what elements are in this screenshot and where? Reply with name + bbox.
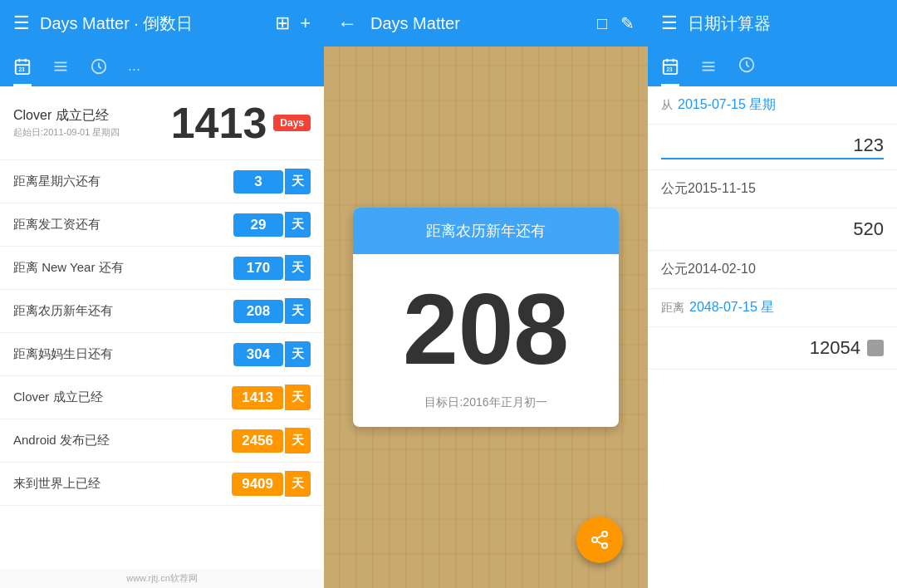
panel-days-matter-detail: ← Days Matter □ ✎ 距离农历新年还有 208 目标日:2016年…: [324, 0, 648, 588]
back-icon[interactable]: ←: [337, 12, 357, 35]
item-count: 29: [233, 213, 283, 237]
panel1-tabs: 23 ···: [0, 47, 324, 86]
list-item[interactable]: Android 发布已经 2456 天: [0, 419, 324, 463]
tab3-list[interactable]: [699, 57, 718, 86]
card-body: 208 目标日:2016年正月初一: [353, 254, 619, 427]
item-count: 2456: [232, 429, 283, 453]
panel3-tabs: 23: [648, 47, 897, 86]
item-label: 距离星期六还有: [13, 174, 233, 189]
from-label: 从: [661, 98, 673, 113]
result-date-1: 公元2015-11-15: [661, 181, 756, 195]
item-count: 3: [233, 170, 283, 194]
panel2-content: 距离农历新年还有 208 目标日:2016年正月初一: [324, 47, 648, 588]
list-item[interactable]: 距离妈妈生日还有 304 天: [0, 333, 324, 376]
item-label: 距离发工资还有: [13, 217, 233, 233]
panel-date-calculator: ☰ 日期计算器 23 从 2015-07-15 星期 公元2015-11-15: [648, 0, 897, 588]
panel2-topbar: ← Days Matter □ ✎: [324, 0, 648, 47]
item-count: 304: [233, 343, 283, 366]
panel3-topbar: ☰ 日期计算器: [648, 0, 897, 47]
tab-more[interactable]: ···: [128, 61, 140, 86]
panel2-title: Days Matter: [370, 14, 584, 33]
result-date-2: 公元2014-02-10: [661, 262, 756, 276]
svg-text:23: 23: [18, 66, 25, 72]
list-item[interactable]: 距离发工资还有 29 天: [0, 203, 324, 247]
item-unit: 天: [285, 471, 311, 497]
item-count: 1413: [232, 386, 283, 409]
add-icon[interactable]: +: [300, 12, 311, 34]
featured-subtitle: 起始日:2011-09-01 星期四: [13, 126, 171, 139]
item-unit: 天: [285, 169, 311, 194]
calc-result-row-2: 公元2014-02-10: [648, 251, 897, 289]
item-count: 208: [233, 300, 283, 323]
grid-icon[interactable]: ⊞: [275, 12, 290, 34]
item-count: 170: [233, 257, 283, 280]
tab3-clock[interactable]: [738, 56, 756, 86]
featured-title: Clover 成立已经: [13, 107, 171, 125]
item-unit: 天: [285, 385, 311, 410]
svg-text:23: 23: [666, 66, 673, 72]
items-list: 距离星期六还有 3 天 距离发工资还有 29 天 距离 New Year 还有 …: [0, 160, 324, 569]
tab-clock[interactable]: [90, 57, 108, 86]
menu-icon-3[interactable]: ☰: [661, 12, 678, 34]
item-unit: 天: [285, 255, 311, 281]
edit-icon[interactable]: ✎: [620, 13, 635, 33]
item-count: 9409: [232, 473, 283, 496]
card-header: 距离农历新年还有: [353, 208, 619, 254]
calc-days-row: 520: [648, 208, 897, 251]
item-unit: 天: [285, 341, 311, 367]
calc-to-row: 距离 2048-07-15 星: [648, 289, 897, 327]
item-label: 距离 New Year 还有: [13, 260, 233, 276]
list-item[interactable]: 距离 New Year 还有 170 天: [0, 247, 324, 290]
item-unit: 天: [285, 428, 311, 453]
item-unit: 天: [285, 298, 311, 324]
square-icon[interactable]: □: [597, 14, 607, 33]
to-date[interactable]: 2048-07-15 星: [689, 299, 774, 316]
item-label: Clover 成立已经: [13, 390, 232, 405]
card-target: 目标日:2016年正月初一: [370, 395, 602, 410]
panel2-bg: ← Days Matter □ ✎ 距离农历新年还有 208 目标日:2016年…: [324, 0, 648, 588]
gap-icon: [867, 340, 884, 356]
panel3-title: 日期计算器: [688, 12, 884, 35]
to-label: 距离: [661, 301, 684, 316]
calc-from-row: 从 2015-07-15 星期: [648, 86, 897, 125]
calc-input-row: [648, 125, 897, 170]
tab-calendar[interactable]: 23: [13, 57, 32, 86]
days-value: 520: [661, 218, 884, 240]
list-item[interactable]: 距离农历新年还有 208 天: [0, 290, 324, 333]
tab-list[interactable]: [51, 57, 70, 86]
days-input[interactable]: [661, 135, 884, 159]
watermark: www.rjtj.cn软荐网: [0, 569, 324, 588]
list-item[interactable]: 来到世界上已经 9409 天: [0, 463, 324, 506]
menu-icon[interactable]: ☰: [13, 12, 30, 34]
fab-share-button[interactable]: [576, 517, 623, 563]
panel-days-matter-list: ☰ Days Matter · 倒数日 ⊞ + 23 ··· Clover 成立…: [0, 0, 324, 588]
calc-gap-row: 12054: [648, 327, 897, 370]
item-label: 距离农历新年还有: [13, 303, 233, 319]
calculator-content: 从 2015-07-15 星期 公元2015-11-15 520 公元2014-…: [648, 86, 897, 588]
item-label: Android 发布已经: [13, 433, 232, 448]
card-number: 208: [370, 279, 602, 379]
calendar-card: 距离农历新年还有 208 目标日:2016年正月初一: [353, 208, 619, 427]
panel1-topbar: ☰ Days Matter · 倒数日 ⊞ +: [0, 0, 324, 47]
featured-number: 1413: [171, 98, 267, 148]
tab3-calendar[interactable]: 23: [661, 57, 679, 86]
item-label: 距离妈妈生日还有: [13, 346, 233, 362]
item-unit: 天: [285, 212, 311, 238]
list-item[interactable]: Clover 成立已经 1413 天: [0, 376, 324, 419]
gap-value: 12054: [810, 337, 860, 359]
list-item[interactable]: 距离星期六还有 3 天: [0, 160, 324, 203]
item-label: 来到世界上已经: [13, 476, 232, 492]
from-date[interactable]: 2015-07-15 星期: [678, 96, 776, 114]
featured-item: Clover 成立已经 起始日:2011-09-01 星期四 1413 Days: [0, 86, 324, 160]
featured-badge: Days: [273, 115, 311, 131]
calc-result-row: 公元2015-11-15: [648, 170, 897, 208]
panel1-title: Days Matter · 倒数日: [40, 12, 265, 35]
